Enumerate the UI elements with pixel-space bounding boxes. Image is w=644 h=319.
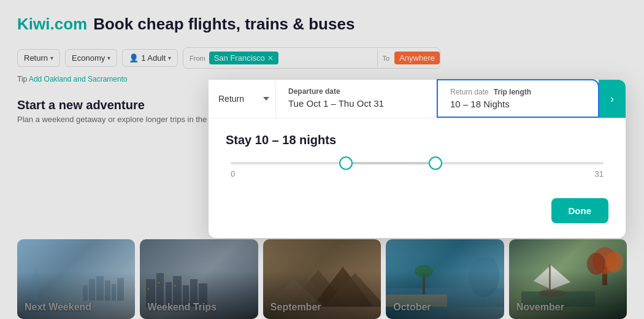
svg-marker-5 — [35, 267, 36, 270]
modal-body: Stay 10 – 18 nights 0 31 — [209, 118, 626, 179]
card-weekend-trips-label: Weekend Trips — [147, 302, 217, 313]
done-button[interactable]: Done — [551, 198, 609, 223]
tagline: Book cheap flights, trains & buses — [93, 15, 355, 34]
autumn-tree-icon — [587, 242, 624, 285]
city-night-icon — [146, 270, 207, 307]
modal-header: Return Departure date Tue Oct 1 – Thu Oc… — [209, 80, 626, 118]
svg-rect-0 — [33, 285, 38, 301]
svg-rect-9 — [83, 285, 88, 301]
svg-marker-37 — [551, 265, 570, 290]
svg-point-42 — [587, 253, 605, 275]
departure-date-label: Departure date — [288, 87, 424, 96]
arrow-right-icon: › — [610, 93, 614, 106]
trip-labels: Return date Trip length — [450, 88, 586, 96]
card-next-weekend[interactable]: Next Weekend — [17, 239, 135, 319]
departure-date-section[interactable]: Departure date Tue Oct 1 – Thu Oct 31 — [276, 80, 437, 118]
field-divider — [377, 50, 378, 67]
trip-length-label: Trip length — [494, 88, 531, 96]
return-date-label: Return date — [450, 88, 489, 96]
stay-nights-title: Stay 10 – 18 nights — [226, 133, 608, 147]
main-page: Kiwi.com Book cheap flights, trains & bu… — [0, 0, 644, 319]
modal-footer: Done — [209, 198, 626, 223]
cards-row: Next Weekend Weekend Trips — [0, 239, 644, 319]
svg-point-39 — [539, 290, 565, 297]
chevron-down-icon: ▾ — [50, 55, 53, 61]
svg-rect-10 — [89, 279, 95, 301]
clear-from-icon[interactable]: ✕ — [267, 54, 274, 63]
from-field[interactable]: From San Francisco ✕ — [183, 48, 377, 68]
logo: Kiwi.com — [17, 15, 87, 34]
fare-class-dropdown[interactable]: Economy ▾ — [65, 49, 117, 67]
slider-thumb-left[interactable] — [339, 156, 353, 170]
slider-labels: 0 31 — [231, 169, 604, 179]
trip-length-value: 10 – 18 Nights — [450, 99, 586, 109]
from-label: From — [190, 55, 205, 62]
slider-active-range — [346, 162, 435, 164]
search-row: Return ▾ Economy ▾ 👤 1 Adult ▾ From San … — [17, 47, 627, 69]
tip-prefix: Tip — [17, 75, 29, 83]
slider-thumb-right[interactable] — [429, 156, 442, 170]
card-october-label: October — [393, 302, 431, 313]
slider-track — [231, 162, 604, 164]
statue-liberty-icon — [26, 264, 45, 301]
svg-rect-23 — [158, 282, 159, 283]
chevron-down-icon: ▾ — [168, 55, 171, 61]
slider-min-label: 0 — [231, 169, 235, 179]
nights-slider[interactable]: 0 31 — [226, 162, 608, 179]
tip-link[interactable]: Add Oakland and Sacramento — [29, 75, 128, 83]
trip-length-section[interactable]: Return date Trip length 10 – 18 Nights — [437, 79, 599, 118]
trip-type-dropdown[interactable]: Return ▾ — [17, 49, 60, 67]
search-fields: From San Francisco ✕ To Anywhere — [183, 47, 440, 69]
svg-rect-24 — [174, 285, 175, 286]
card-weekend-trips[interactable]: Weekend Trips — [140, 239, 258, 319]
svg-point-43 — [606, 252, 623, 272]
modal-next-button[interactable]: › — [599, 80, 626, 118]
trip-length-modal: Return Departure date Tue Oct 1 – Thu Oc… — [209, 80, 626, 238]
svg-point-34 — [415, 265, 433, 277]
svg-marker-38 — [534, 267, 549, 288]
card-november-label: November — [516, 302, 564, 313]
svg-rect-12 — [105, 280, 110, 301]
to-value[interactable]: Anywhere — [394, 52, 440, 64]
departure-date-value: Tue Oct 1 – Thu Oct 31 — [288, 98, 424, 109]
passengers-label: 1 Adult — [141, 53, 166, 63]
trip-type-label: Return — [24, 53, 48, 63]
to-label: To — [383, 55, 390, 62]
svg-rect-14 — [117, 278, 124, 301]
beach-icon — [386, 258, 504, 307]
skyline-icon — [80, 273, 129, 301]
svg-rect-13 — [112, 284, 116, 301]
person-icon: 👤 — [129, 53, 139, 63]
sailboat-icon — [521, 258, 595, 307]
modal-return-select[interactable]: Return — [209, 80, 276, 118]
header: Kiwi.com Book cheap flights, trains & bu… — [17, 15, 627, 34]
card-september-label: September — [270, 302, 321, 313]
card-next-weekend-label: Next Weekend — [25, 302, 91, 313]
card-september[interactable]: September — [263, 239, 381, 319]
svg-rect-11 — [96, 276, 104, 301]
card-november[interactable]: November — [509, 239, 627, 319]
svg-rect-22 — [148, 288, 149, 290]
chevron-down-icon: ▾ — [107, 55, 110, 61]
from-value[interactable]: San Francisco ✕ — [209, 52, 278, 64]
slider-max-label: 31 — [595, 169, 604, 179]
mountain-icon — [263, 258, 381, 307]
fare-class-label: Economy — [72, 53, 105, 63]
card-october[interactable]: October — [386, 239, 504, 319]
passengers-dropdown[interactable]: 👤 1 Adult ▾ — [122, 49, 178, 67]
